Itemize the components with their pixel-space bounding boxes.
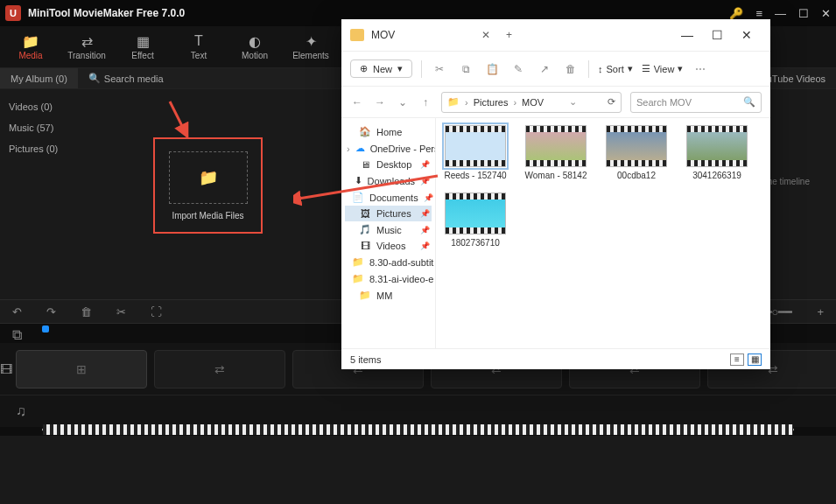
dialog-tab-label[interactable]: MOV bbox=[371, 29, 476, 41]
clip-placeholder[interactable]: ⊞ bbox=[16, 350, 147, 388]
sidebar-item[interactable]: Music (57) bbox=[9, 117, 79, 138]
refresh-button[interactable]: ⟳ bbox=[608, 96, 615, 108]
file-item[interactable]: 1802736710 bbox=[443, 192, 508, 248]
delete-button[interactable]: 🗑 bbox=[81, 305, 92, 318]
view-button[interactable]: ☰ View ▾ bbox=[642, 63, 684, 74]
import-dropzone[interactable]: 📁 bbox=[169, 151, 248, 204]
folder-icon: 🏠 bbox=[359, 126, 371, 137]
tab-label: Media bbox=[18, 51, 42, 60]
trash-icon[interactable]: 🗑 bbox=[562, 63, 580, 75]
dialog-sidebar-item[interactable]: 🎵Music📌 bbox=[345, 221, 432, 238]
sidebar-label: MM bbox=[376, 290, 392, 301]
tab-label: Elements bbox=[292, 51, 329, 60]
dialog-statusbar: 5 items ≡ ▦ bbox=[341, 348, 770, 369]
dialog-titlebar: MOV ✕ + — ☐ ✕ bbox=[341, 19, 770, 51]
forward-button[interactable]: → bbox=[373, 96, 387, 108]
dialog-sidebar-item[interactable]: ›☁OneDrive - Pers bbox=[345, 140, 432, 157]
close-button[interactable]: ✕ bbox=[821, 7, 831, 20]
search-media[interactable]: 🔍 Search media bbox=[88, 73, 164, 84]
annotation-arrow-1 bbox=[166, 98, 193, 142]
svg-line-1 bbox=[299, 176, 438, 199]
top-tab-transition[interactable]: ⇄Transition bbox=[67, 33, 107, 60]
item-count: 5 items bbox=[350, 354, 381, 365]
list-view-button[interactable]: ≡ bbox=[730, 354, 744, 366]
copy-icon[interactable]: ⧉ bbox=[457, 63, 474, 75]
address-bar[interactable]: 📁 › Pictures › MOV ⌄ ⟳ bbox=[441, 92, 622, 113]
rename-icon[interactable]: ✎ bbox=[509, 63, 527, 75]
folder-icon: 🖥 bbox=[359, 159, 371, 170]
top-tab-text[interactable]: TText bbox=[179, 33, 219, 60]
grid-view-button[interactable]: ▦ bbox=[748, 354, 762, 366]
dialog-maximize-button[interactable]: ☐ bbox=[702, 28, 732, 42]
album-tab[interactable]: My Album (0) bbox=[0, 68, 78, 88]
dialog-sidebar-item[interactable]: 📁8.31-ai-video-e bbox=[345, 270, 432, 287]
file-thumbnail bbox=[525, 125, 587, 167]
sidebar-label: Videos bbox=[376, 241, 405, 251]
dialog-sidebar-item[interactable]: 🎞Videos📌 bbox=[345, 238, 432, 254]
more-icon[interactable]: ⋯ bbox=[692, 63, 709, 75]
search-icon: 🔍 bbox=[743, 96, 755, 108]
svg-line-0 bbox=[170, 102, 187, 136]
dialog-sidebar-item[interactable]: 📁8.30-add-subtit bbox=[345, 254, 432, 270]
file-item[interactable]: Woman - 58142 bbox=[523, 125, 588, 180]
dialog-sidebar-item[interactable]: 📁MM bbox=[345, 287, 432, 304]
dialog-minimize-button[interactable]: — bbox=[672, 28, 702, 42]
layers-icon[interactable]: ⧉ bbox=[12, 327, 22, 343]
sidebar-item[interactable]: Pictures (0) bbox=[9, 138, 79, 159]
top-tab-effect[interactable]: ▦Effect bbox=[123, 33, 163, 60]
timeline-scrollbar[interactable] bbox=[0, 427, 836, 436]
folder-icon: 📁 bbox=[447, 96, 460, 108]
new-label: New bbox=[373, 64, 392, 74]
dialog-sidebar-item[interactable]: 🖼Pictures📌 bbox=[345, 206, 432, 221]
cut-icon[interactable]: ✂ bbox=[431, 63, 448, 75]
top-tab-motion[interactable]: ◐Motion bbox=[235, 33, 275, 60]
dialog-sidebar-item[interactable]: 🖥Desktop📌 bbox=[345, 157, 432, 172]
undo-button[interactable]: ↶ bbox=[12, 305, 22, 318]
zoom-in-button[interactable]: + bbox=[817, 305, 824, 318]
folder-icon: 📁 bbox=[359, 290, 371, 301]
tab-close-button[interactable]: ✕ bbox=[476, 29, 495, 41]
paste-icon[interactable]: 📋 bbox=[483, 63, 501, 75]
dialog-search-input[interactable]: Search MOV 🔍 bbox=[630, 92, 762, 113]
pin-icon: 📌 bbox=[420, 160, 430, 169]
back-button[interactable]: ← bbox=[350, 96, 364, 108]
share-icon[interactable]: ↗ bbox=[536, 63, 553, 75]
text-icon: T bbox=[194, 33, 203, 49]
dialog-close-button[interactable]: ✕ bbox=[732, 28, 762, 42]
menu-icon[interactable]: ≡ bbox=[755, 7, 762, 20]
dialog-toolbar: ⊕ New ▾ ✂ ⧉ 📋 ✎ ↗ 🗑 ↕ Sort ▾ ☰ View ▾ ⋯ bbox=[341, 51, 770, 86]
import-media-box[interactable]: 📁 Import Media Files bbox=[153, 137, 263, 234]
playhead[interactable] bbox=[42, 326, 49, 332]
transition-slot[interactable]: ⇄ bbox=[154, 350, 285, 388]
minimize-button[interactable]: — bbox=[775, 7, 786, 20]
sidebar-label: Pictures bbox=[376, 208, 411, 219]
maximize-button[interactable]: ☐ bbox=[798, 7, 809, 20]
folder-icon: 📁 bbox=[352, 256, 364, 268]
sidebar-label: 8.30-add-subtit bbox=[369, 257, 433, 268]
top-tab-elements[interactable]: ✦Elements bbox=[291, 33, 331, 60]
file-item[interactable]: 3041266319 bbox=[685, 125, 749, 180]
redo-button[interactable]: ↷ bbox=[46, 305, 56, 318]
top-tab-media[interactable]: 📁Media bbox=[11, 33, 51, 60]
recent-button[interactable]: ⌄ bbox=[396, 96, 410, 108]
file-item[interactable]: Reeds - 152740 bbox=[443, 125, 508, 180]
sidebar-label: Music bbox=[376, 225, 402, 235]
audio-track[interactable]: ♫ bbox=[0, 396, 836, 427]
crop-button[interactable]: ⛶ bbox=[151, 305, 162, 318]
up-button[interactable]: ↑ bbox=[418, 96, 432, 108]
dialog-sidebar-item[interactable]: 🏠Home bbox=[345, 123, 432, 140]
key-icon[interactable]: 🔑 bbox=[729, 7, 743, 20]
chevron-right-icon: › bbox=[347, 144, 350, 154]
new-button[interactable]: ⊕ New ▾ bbox=[350, 60, 412, 78]
file-item[interactable]: 00cdba12 bbox=[604, 125, 669, 180]
new-tab-button[interactable]: + bbox=[495, 29, 523, 41]
import-label: Import Media Files bbox=[172, 211, 243, 220]
app-title: MiniTool MovieMaker Free 7.0.0 bbox=[28, 7, 729, 19]
cut-button[interactable]: ✂ bbox=[116, 305, 126, 318]
sort-button[interactable]: ↕ Sort ▾ bbox=[598, 63, 633, 74]
search-placeholder: Search MOV bbox=[636, 97, 692, 108]
sidebar-item[interactable]: Videos (0) bbox=[9, 96, 79, 117]
path-segment[interactable]: MOV bbox=[522, 97, 544, 108]
path-segment[interactable]: Pictures bbox=[474, 97, 509, 108]
folder-icon: ☁ bbox=[355, 143, 365, 154]
